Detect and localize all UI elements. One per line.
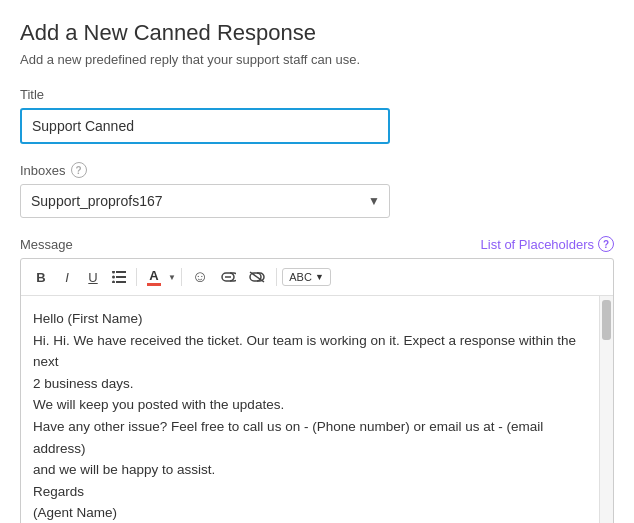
list-icon (112, 271, 126, 283)
svg-point-3 (112, 271, 115, 274)
svg-point-4 (112, 276, 115, 279)
list-button[interactable] (107, 265, 131, 289)
placeholders-link-text: List of Placeholders (481, 237, 594, 252)
link-icon (220, 270, 236, 284)
italic-button[interactable]: I (55, 265, 79, 289)
bold-button[interactable]: B (29, 265, 53, 289)
toolbar-divider-3 (276, 268, 277, 286)
editor-hi: Hi. (33, 333, 50, 348)
page-subtitle: Add a new predefined reply that your sup… (20, 52, 614, 67)
title-field-group: Title (20, 87, 614, 144)
canned-btn-caret: ▼ (315, 272, 324, 282)
editor-line5: and we will be happy to assist. (33, 462, 215, 477)
inboxes-label: Inboxes (20, 163, 66, 178)
inboxes-field-group: Inboxes ? Support_proprofs167 ▼ (20, 162, 614, 218)
svg-rect-2 (116, 281, 126, 283)
inboxes-select[interactable]: Support_proprofs167 (20, 184, 390, 218)
editor-line2: 2 business days. (33, 376, 134, 391)
toolbar-divider-2 (181, 268, 182, 286)
unlink-icon (248, 270, 266, 284)
font-color-button[interactable]: A (142, 267, 166, 288)
editor-scrollbar-thumb[interactable] (602, 300, 611, 340)
svg-rect-1 (116, 276, 126, 278)
underline-button[interactable]: U (81, 265, 105, 289)
unlink-button[interactable] (243, 265, 271, 289)
inboxes-select-wrapper: Support_proprofs167 ▼ (20, 184, 390, 218)
message-editor-container: B I U A ▼ ☺ (20, 258, 614, 523)
toolbar-divider-1 (136, 268, 137, 286)
editor-regards-text: Regards (33, 484, 84, 499)
svg-point-5 (112, 281, 115, 284)
placeholders-help-icon[interactable]: ? (598, 236, 614, 252)
editor-agent-name: (Agent Name) (33, 505, 117, 520)
font-color-dropdown-icon[interactable]: ▼ (168, 273, 176, 282)
editor-scrollbar-track[interactable] (599, 296, 613, 523)
editor-toolbar: B I U A ▼ ☺ (21, 259, 613, 296)
title-input[interactable] (20, 108, 390, 144)
link-button[interactable] (215, 265, 241, 289)
editor-greeting: Hello (First Name) (33, 308, 587, 330)
canned-btn-label: ABC (289, 271, 312, 283)
font-color-bar (147, 283, 161, 286)
editor-body-text: Hi. Hi. We have received the ticket. Our… (33, 330, 587, 395)
placeholders-link[interactable]: List of Placeholders ? (481, 236, 614, 252)
message-label: Message (20, 237, 73, 252)
canned-responses-button[interactable]: ABC ▼ (282, 268, 331, 286)
message-row: Message List of Placeholders ? (20, 236, 614, 252)
editor-body: Hello (First Name) Hi. Hi. We have recei… (21, 296, 613, 523)
editor-line1: Hi. We have received the ticket. Our tea… (33, 333, 576, 370)
editor-line3: We will keep you posted with the updates… (33, 397, 284, 412)
editor-update-text: We will keep you posted with the updates… (33, 394, 587, 480)
editor-line4: Have any other issue? Feel free to call … (33, 419, 543, 456)
inboxes-help-icon[interactable]: ? (71, 162, 87, 178)
title-label: Title (20, 87, 614, 102)
emoji-button[interactable]: ☺ (187, 265, 213, 289)
page-title: Add a New Canned Response (20, 20, 614, 46)
editor-content[interactable]: Hello (First Name) Hi. Hi. We have recei… (21, 296, 599, 523)
font-color-letter: A (149, 269, 158, 282)
editor-regards: Regards (Agent Name) (33, 481, 587, 523)
svg-rect-0 (116, 271, 126, 273)
